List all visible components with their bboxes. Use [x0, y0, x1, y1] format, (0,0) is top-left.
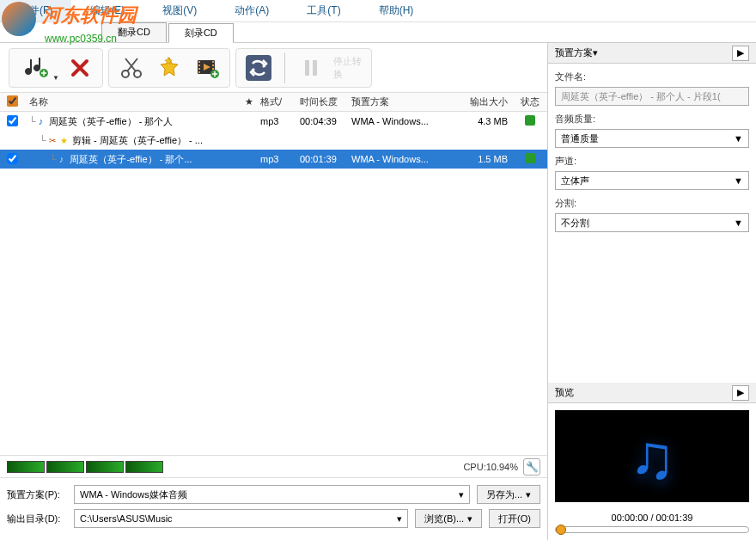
svg-rect-8 [212, 61, 214, 63]
file-duration: 00:04:39 [300, 116, 351, 126]
tab-rip-cd[interactable]: 翻录CD [101, 22, 167, 42]
toolbar: ▼ [0, 43, 547, 93]
favorites-button[interactable] [154, 52, 185, 83]
dropdown-arrow-icon: ▾ [459, 489, 464, 500]
channel-label: 声道: [555, 155, 749, 168]
slider-thumb[interactable] [556, 525, 566, 535]
dropdown-arrow-icon: ▾ [397, 513, 402, 525]
col-duration[interactable]: 时间长度 [300, 95, 351, 108]
preview-video[interactable]: ♫ [555, 410, 749, 502]
file-preset: WMA - Windows... [351, 116, 463, 126]
menu-view[interactable]: 视图(V) [143, 0, 216, 21]
open-button[interactable]: 打开(O) [489, 509, 540, 528]
cpu-meter [7, 461, 163, 473]
split-combo[interactable]: 不分割 ▼ [555, 213, 749, 232]
list-row[interactable]: └ ✂ ★ 剪辑 - 周延英（英子-effie） - ... [0, 131, 547, 150]
preset-header-label: 预置方案 [555, 47, 593, 58]
stop-button: 停止转换 [333, 52, 364, 83]
dropdown-arrow-icon[interactable]: ▾ [593, 47, 598, 58]
list-row[interactable]: └ ♪ 周延英（英子-effie） - 那个... mp3 00:01:39 W… [0, 150, 547, 169]
preset-combo[interactable]: WMA - Windows媒体音频 ▾ [74, 485, 470, 504]
quality-combo[interactable]: 普通质量 ▼ [555, 129, 749, 148]
cut-button[interactable] [116, 52, 147, 83]
split-label: 分割: [555, 197, 749, 210]
preview-panel-header: 预览 ▶ [548, 383, 756, 403]
pause-button [296, 52, 326, 83]
delete-button[interactable] [64, 52, 95, 83]
list-header: 名称 ★ 格式/ 时间长度 预置方案 输出大小 状态 [0, 93, 547, 112]
file-format: mp3 [260, 154, 300, 164]
preset-label: 预置方案(P): [7, 488, 67, 501]
output-dir-combo[interactable]: C:\Users\ASUS\Music ▾ [74, 509, 408, 528]
list-row[interactable]: └ ♪ 周延英（英子-effie） - 那个人 mp3 00:04:39 WMA… [0, 112, 547, 131]
split-value: 不分割 [561, 217, 589, 230]
status-ready-icon [525, 153, 535, 163]
quality-label: 音频质量: [555, 113, 749, 126]
dropdown-arrow-icon: ▼ [734, 175, 743, 186]
tab-bar: 翻录CD 刻录CD [0, 22, 756, 43]
filename-value: 周延英（英子-effie） - 那个人 - 片段1( [561, 90, 721, 103]
row-checkbox[interactable] [7, 115, 18, 126]
save-as-button[interactable]: 另存为...▾ [477, 485, 540, 504]
cpu-value: 10.94% [486, 462, 518, 472]
preview-header-label: 预览 [555, 386, 574, 399]
dropdown-arrow-icon: ▼ [734, 218, 743, 228]
svg-rect-14 [305, 60, 309, 76]
preset-value: WMA - Windows媒体音频 [80, 488, 187, 501]
row-checkbox[interactable] [7, 153, 18, 164]
col-name[interactable]: 名称 [24, 95, 238, 108]
settings-button[interactable]: 🔧 [523, 458, 540, 476]
dropdown-arrow-icon: ▼ [52, 74, 59, 82]
channel-value: 立体声 [561, 175, 589, 187]
file-name: 周延英（英子-effie） - 那个人 [49, 116, 173, 126]
svg-rect-7 [198, 71, 200, 73]
svg-rect-15 [313, 60, 317, 76]
check-all[interactable] [7, 95, 18, 107]
file-list: └ ♪ 周延英（英子-effie） - 那个人 mp3 00:04:39 WMA… [0, 112, 547, 455]
channel-combo[interactable]: 立体声 ▼ [555, 171, 749, 190]
col-status[interactable]: 状态 [513, 95, 547, 108]
file-size: 4.3 MB [463, 116, 513, 126]
file-duration: 00:01:39 [300, 154, 351, 164]
svg-rect-4 [198, 61, 200, 63]
clip-name: 剪辑 - 周延英（英子-effie） - ... [72, 135, 203, 145]
filename-field[interactable]: 周延英（英子-effie） - 那个人 - 片段1( [555, 87, 749, 106]
output-label: 输出目录(D): [7, 512, 67, 525]
tab-burn-cd[interactable]: 刻录CD [168, 23, 234, 43]
add-video-button[interactable] [192, 52, 223, 83]
file-name: 周延英（英子-effie） - 那个... [70, 154, 192, 164]
col-preset[interactable]: 预置方案 [351, 95, 463, 108]
filename-label: 文件名: [555, 71, 749, 83]
expand-button[interactable]: ▶ [732, 385, 749, 401]
svg-rect-10 [212, 68, 214, 70]
convert-button[interactable] [243, 52, 274, 83]
col-format[interactable]: 格式/ [260, 95, 300, 108]
time-display: 00:00:00 / 00:01:39 [555, 512, 749, 523]
preset-panel-header: 预置方案▾ ▶ [548, 43, 756, 64]
add-music-button[interactable]: ▼ [16, 52, 58, 83]
svg-rect-13 [246, 55, 271, 81]
quality-value: 普通质量 [561, 132, 599, 145]
file-preset: WMA - Windows... [351, 154, 463, 164]
output-form: 预置方案(P): WMA - Windows媒体音频 ▾ 另存为...▾ 输出目… [0, 477, 547, 540]
menu-help[interactable]: 帮助(H) [360, 0, 433, 21]
svg-rect-9 [212, 64, 214, 66]
svg-rect-6 [198, 68, 200, 70]
scissors-icon: ✂ [49, 136, 56, 145]
menu-file[interactable]: 文件(F) [0, 0, 71, 21]
menu-action[interactable]: 动作(A) [216, 0, 288, 21]
browse-button[interactable]: 浏览(B)...▾ [415, 509, 482, 528]
file-size: 1.5 MB [463, 154, 513, 164]
menu-edit[interactable]: 编辑(E) [71, 0, 143, 21]
playback-slider[interactable] [555, 526, 749, 533]
dropdown-arrow-icon: ▼ [734, 133, 743, 144]
col-star[interactable]: ★ [238, 96, 260, 107]
music-note-icon: ♪ [59, 154, 64, 164]
music-preview-icon: ♫ [629, 421, 675, 492]
status-ready-icon [525, 115, 535, 126]
col-outsize[interactable]: 输出大小 [463, 95, 513, 108]
menubar: 文件(F) 编辑(E) 视图(V) 动作(A) 工具(T) 帮助(H) [0, 0, 756, 22]
expand-button[interactable]: ▶ [732, 46, 749, 61]
output-value: C:\Users\ASUS\Music [80, 513, 173, 524]
menu-tools[interactable]: 工具(T) [288, 0, 359, 21]
